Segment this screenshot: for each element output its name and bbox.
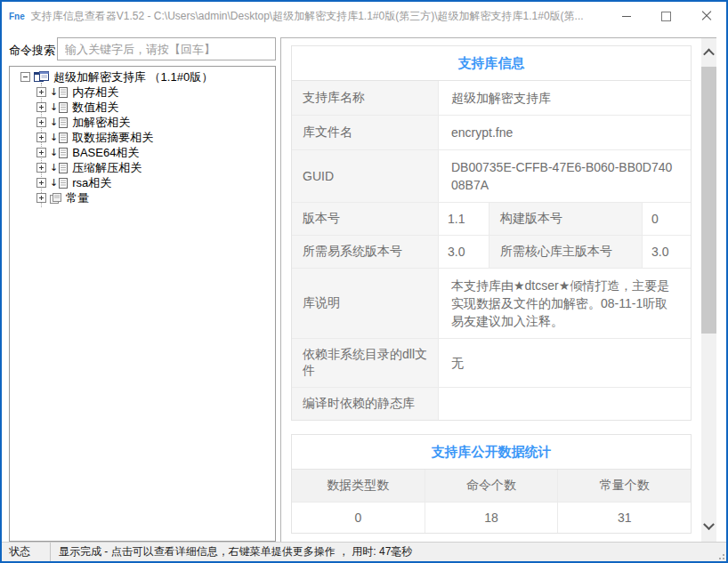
command-category-icon: ↓ [50,102,68,113]
row-value: 3.0 [643,236,692,268]
tree-item-constants[interactable]: 常量 [10,190,275,205]
tree-item-label: BASE64相关 [72,146,139,159]
expand-plus-icon[interactable] [36,102,46,112]
maximize-button[interactable] [646,2,686,30]
collapse-minus-icon[interactable] [20,72,30,82]
tree-item-numeric[interactable]: ↓ 数值相关 [10,100,275,115]
row-label: 支持库名称 [292,81,439,115]
row-label: 库说明 [292,269,439,338]
row-label: 所需核心库主版本号 [489,236,643,268]
expand-plus-icon[interactable] [36,87,46,97]
stats-title: 支持库公开数据统计 [292,435,691,469]
command-category-icon: ↓ [50,117,68,128]
row-label: 所需易系统版本号 [292,236,439,268]
tree-item-base64[interactable]: ↓ BASE64相关 [10,145,275,160]
stats-header: 常量个数 [558,470,691,503]
expand-plus-icon[interactable] [36,178,46,188]
table-row: 所需易系统版本号 3.0 所需核心库主版本号 3.0 [292,236,691,269]
resize-grip-icon[interactable] [716,551,724,559]
stats-value-row: 0 18 31 [292,503,691,533]
command-category-icon: ↓ [50,163,68,173]
close-button[interactable] [686,2,726,30]
stats-value: 18 [425,503,559,533]
tree-item-label: 取数据摘要相关 [72,131,153,144]
vertical-scrollbar[interactable] [701,38,716,542]
command-category-icon: ↓ [50,148,68,158]
command-category-icon: ↓ [50,87,68,98]
row-label: GUID [292,150,439,202]
tree-root-label: 超级加解密支持库 （1.1#0版） [53,70,213,84]
scroll-up-button[interactable] [701,45,716,60]
expand-plus-icon[interactable] [36,163,46,173]
search-input[interactable] [57,37,276,60]
tree-item-compress[interactable]: ↓ 压缩解压相关 [10,160,275,175]
table-row: 依赖非系统目录的dll文件 无 [292,339,691,388]
tree-item-label: 常量 [66,191,89,205]
stats-table: 数据类型数 命令个数 常量个数 0 18 31 [292,469,691,533]
app-logo-icon: Fne [9,12,25,21]
tree-item-label: 内存相关 [72,85,118,99]
expand-plus-icon[interactable] [36,148,46,157]
command-search-label: 命令搜索 [9,43,55,59]
row-label: 版本号 [292,203,439,235]
close-icon [701,11,712,21]
tree-item-digest[interactable]: ↓ 取数据摘要相关 [10,130,275,145]
row-value: 超级加解密支持库 [439,81,691,115]
minimize-icon [622,16,631,17]
library-info-table: 支持库名称 超级加解密支持库 库文件名 encrypt.fne GUID DB0… [292,80,691,420]
tree-item-label: 加解密相关 [72,116,130,129]
stats-header-row: 数据类型数 命令个数 常量个数 [292,470,691,503]
command-category-icon: ↓ [50,178,68,189]
row-value: encrypt.fne [439,116,691,149]
stats-value: 31 [558,503,691,533]
status-bar: 状态 显示完成 - 点击可以查看详细信息，右键菜单提供更多操作 ， 用时: 47… [2,542,726,561]
stats-value: 0 [292,503,425,533]
tree-item-rsa[interactable]: ↓ rsa相关 [10,175,275,190]
command-category-icon: ↓ [50,133,68,143]
chevron-down-icon [703,519,715,530]
row-label: 库文件名 [292,116,439,149]
minimize-button[interactable] [606,2,646,30]
tree-item-label: 数值相关 [72,101,118,114]
info-webview: 支持库信息 支持库名称 超级加解密支持库 库文件名 encrypt.fne GU… [280,37,716,542]
info-content: 支持库信息 支持库名称 超级加解密支持库 库文件名 encrypt.fne GU… [281,38,701,542]
table-row: 版本号 1.1 构建版本号 0 [292,203,691,236]
library-info-title: 支持库信息 [292,46,691,80]
expand-plus-icon[interactable] [36,133,46,142]
row-value: 本支持库由★dtcser★倾情打造，主要是实现数据及文件的加解密。08-11-1… [439,269,691,338]
chevron-up-icon [703,49,715,60]
window-controls [606,2,726,30]
tree-item-memory[interactable]: ↓ 内存相关 [10,84,275,100]
table-row: 库说明 本支持库由★dtcser★倾情打造，主要是实现数据及文件的加解密。08-… [292,269,691,339]
stats-header: 命令个数 [425,470,559,503]
library-info-section: 支持库信息 支持库名称 超级加解密支持库 库文件名 encrypt.fne GU… [291,45,692,421]
stats-header: 数据类型数 [292,470,425,503]
row-value: 1.1 [439,203,489,235]
expand-plus-icon[interactable] [36,117,46,127]
title-bar: Fne 支持库信息查看器V1.52 - C:\Users\admin\Deskt… [2,2,726,30]
constant-icon [50,193,61,204]
status-message: 显示完成 - 点击可以查看详细信息，右键菜单提供更多操作 ， 用时: 47毫秒 [51,544,726,559]
app-window: { "window": { "logo": "Fne", "title": "支… [0,0,728,563]
status-label: 状态 [2,544,50,559]
row-label: 编译时依赖的静态库 [292,388,439,420]
expand-plus-icon[interactable] [36,193,46,203]
row-value: 3.0 [439,236,489,268]
tree-item-label: 压缩解压相关 [72,161,142,174]
row-value: 0 [643,203,692,235]
public-data-stats-section: 支持库公开数据统计 数据类型数 命令个数 常量个数 0 18 31 [291,434,692,534]
row-value [439,388,691,420]
scroll-down-button[interactable] [701,519,716,535]
table-row: 编译时依赖的静态库 [292,388,691,420]
library-tree: 超级加解密支持库 （1.1#0版） ↓ 内存相关 ↓ 数值相关 ↓ 加解密相关 … [9,66,276,542]
tree-item-crypto[interactable]: ↓ 加解密相关 [10,115,275,130]
tree-root-item[interactable]: 超级加解密支持库 （1.1#0版） [10,69,275,84]
row-value: 无 [439,339,691,387]
tree-item-label: rsa相关 [72,176,111,189]
table-row: 支持库名称 超级加解密支持库 [292,81,691,116]
row-value: DB00735E-CFFB-47E6-B060-BB0D74008B7A [439,150,691,202]
table-row: 库文件名 encrypt.fne [292,116,691,150]
maximize-icon [661,12,671,21]
row-label: 构建版本号 [489,203,643,235]
scrollbar-thumb[interactable] [701,67,716,334]
